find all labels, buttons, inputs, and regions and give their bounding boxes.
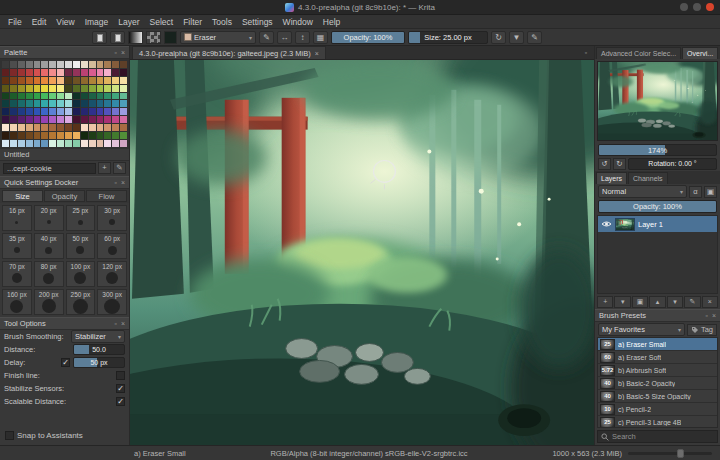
palette-swatch[interactable] — [104, 100, 111, 107]
close-docker-icon[interactable]: × — [121, 320, 125, 327]
palette-swatch[interactable] — [57, 140, 64, 147]
palette-swatch[interactable] — [49, 124, 56, 131]
palette-swatch[interactable] — [112, 132, 119, 139]
palette-swatch[interactable] — [65, 77, 72, 84]
palette-swatch[interactable] — [49, 85, 56, 92]
document-tab[interactable]: 4.3.0-prealpha (git 8c9b10e): galteed.jp… — [132, 46, 326, 59]
float-docker-icon[interactable]: ▫ — [114, 49, 116, 56]
presets-popup-button[interactable]: ▼ — [509, 31, 524, 44]
palette-swatch[interactable] — [49, 108, 56, 115]
reload-preset-button[interactable]: ↻ — [491, 31, 506, 44]
palette-swatch[interactable] — [18, 93, 25, 100]
palette-swatch[interactable] — [10, 61, 17, 68]
palette-swatch[interactable] — [57, 93, 64, 100]
preset-row[interactable]: 40b) Basic-5 Size Opacity — [598, 390, 717, 403]
stabilize-sensors-checkbox[interactable] — [116, 384, 125, 393]
snap-to-assistants-checkbox[interactable] — [5, 431, 14, 440]
palette-swatch[interactable] — [81, 77, 88, 84]
palette-swatch[interactable] — [104, 61, 111, 68]
brush-size-option[interactable]: 40 px — [34, 233, 64, 259]
menu-item-filter[interactable]: Filter — [178, 15, 207, 29]
palette-swatch[interactable] — [57, 61, 64, 68]
palette-swatch[interactable] — [34, 132, 41, 139]
palette-swatch[interactable] — [97, 124, 104, 131]
palette-swatch[interactable] — [26, 93, 33, 100]
palette-swatch[interactable] — [18, 85, 25, 92]
palette-swatch[interactable] — [34, 108, 41, 115]
tag-filter-select[interactable]: My Favorites ▾ — [598, 323, 685, 336]
scalable-distance-checkbox[interactable] — [116, 397, 125, 406]
palette-swatch[interactable] — [81, 69, 88, 76]
brush-size-option[interactable]: 80 px — [34, 261, 64, 287]
palette-swatch[interactable] — [34, 124, 41, 131]
palette-swatch[interactable] — [57, 132, 64, 139]
palette-swatch[interactable] — [112, 77, 119, 84]
palette-swatch[interactable] — [104, 69, 111, 76]
layer-visibility-icon[interactable] — [600, 220, 612, 228]
palette-swatch[interactable] — [2, 61, 9, 68]
palette-swatch[interactable] — [89, 108, 96, 115]
palette-entry-name[interactable]: ...cept-cookie — [3, 163, 96, 174]
palette-swatch[interactable] — [112, 100, 119, 107]
menu-item-layer[interactable]: Layer — [113, 15, 144, 29]
palette-swatch[interactable] — [73, 124, 80, 131]
palette-swatch[interactable] — [26, 100, 33, 107]
menu-item-image[interactable]: Image — [80, 15, 114, 29]
palette-swatch[interactable] — [57, 116, 64, 123]
palette-swatch[interactable] — [10, 132, 17, 139]
palette-swatch[interactable] — [18, 132, 25, 139]
brush-size-option[interactable]: 16 px — [2, 205, 32, 231]
palette-swatch[interactable] — [41, 140, 48, 147]
float-docker-icon[interactable]: ▫ — [114, 320, 116, 327]
wrap-around-button[interactable]: ▦ — [313, 31, 328, 44]
brush-size-option[interactable]: 20 px — [34, 205, 64, 231]
palette-swatch[interactable] — [73, 69, 80, 76]
rotate-right-button[interactable]: ↻ — [613, 158, 626, 170]
palette-swatch[interactable] — [89, 61, 96, 68]
palette-swatch[interactable] — [104, 108, 111, 115]
brush-size-option[interactable]: 60 px — [97, 233, 127, 259]
palette-swatch[interactable] — [120, 124, 127, 131]
palette-swatch[interactable] — [112, 61, 119, 68]
palette-swatch[interactable] — [120, 116, 127, 123]
brush-size-option[interactable]: 70 px — [2, 261, 32, 287]
palette-swatch[interactable] — [65, 100, 72, 107]
gradient-chooser[interactable] — [128, 31, 143, 44]
palette-swatch[interactable] — [97, 100, 104, 107]
delay-checkbox[interactable] — [61, 358, 70, 367]
palette-swatch[interactable] — [34, 140, 41, 147]
palette-swatch[interactable] — [89, 116, 96, 123]
palette-swatch[interactable] — [89, 140, 96, 147]
palette-swatch[interactable] — [26, 132, 33, 139]
palette-swatch[interactable] — [10, 108, 17, 115]
tab-flow[interactable]: Flow — [86, 190, 127, 202]
palette-swatch[interactable] — [18, 61, 25, 68]
palette-swatch[interactable] — [18, 116, 25, 123]
statusbar-zoom-slider[interactable] — [628, 452, 712, 455]
palette-swatch[interactable] — [57, 100, 64, 107]
palette-swatch[interactable] — [120, 77, 127, 84]
palette-swatch[interactable] — [65, 132, 72, 139]
tag-button[interactable]: Tag — [687, 324, 717, 336]
palette-swatch[interactable] — [41, 108, 48, 115]
palette-swatch[interactable] — [81, 132, 88, 139]
palette-swatch[interactable] — [2, 132, 9, 139]
palette-swatch[interactable] — [10, 140, 17, 147]
palette-swatch[interactable] — [89, 93, 96, 100]
brush-size-option[interactable]: 100 px — [66, 261, 96, 287]
palette-swatch[interactable] — [112, 116, 119, 123]
palette-swatch[interactable] — [65, 93, 72, 100]
alpha-lock-button[interactable]: α — [689, 186, 702, 198]
palette-swatch[interactable] — [10, 85, 17, 92]
edit-brush-button[interactable]: ✎ — [259, 31, 274, 44]
palette-swatch[interactable] — [104, 85, 111, 92]
tab-channels[interactable]: Channels — [628, 172, 668, 184]
palette-swatch[interactable] — [26, 116, 33, 123]
inherit-alpha-button[interactable]: ▣ — [704, 186, 717, 198]
docker-tab-0[interactable]: Advanced Color Selec... — [596, 47, 681, 59]
move-layer-down-button[interactable]: ▾ — [667, 296, 683, 308]
palette-swatch[interactable] — [112, 124, 119, 131]
palette-swatch[interactable] — [81, 140, 88, 147]
menu-item-edit[interactable]: Edit — [27, 15, 52, 29]
palette-swatch[interactable] — [41, 93, 48, 100]
